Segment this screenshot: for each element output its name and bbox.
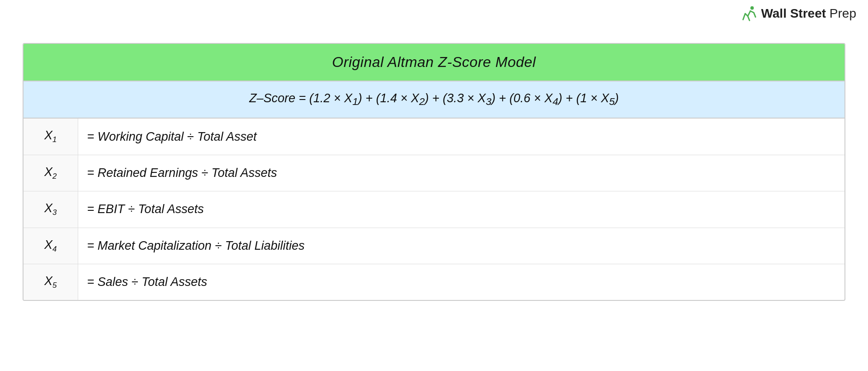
runner-icon bbox=[740, 5, 757, 22]
def-x1: = Working Capital ÷ Total Asset bbox=[78, 119, 844, 155]
table-title: Original Altman Z-Score Model bbox=[24, 44, 844, 81]
formula-row: Z–Score = (1.2 × X1) + (1.4 × X2) + (3.3… bbox=[24, 81, 844, 119]
logo-text: Wall Street Prep bbox=[761, 6, 856, 21]
zscore-table: Original Altman Z-Score Model Z–Score = … bbox=[23, 43, 845, 301]
logo-area: Wall Street Prep bbox=[740, 5, 856, 22]
def-x4: = Market Capitalization ÷ Total Liabilit… bbox=[78, 228, 844, 264]
var-x2: X2 bbox=[24, 155, 78, 191]
variable-table: X1 = Working Capital ÷ Total Asset X2 = … bbox=[24, 119, 844, 300]
table-row: X3 = EBIT ÷ Total Assets bbox=[24, 191, 844, 228]
def-x3: = EBIT ÷ Total Assets bbox=[78, 191, 844, 228]
svg-point-0 bbox=[750, 6, 754, 10]
table-row: X5 = Sales ÷ Total Assets bbox=[24, 264, 844, 300]
table-row: X2 = Retained Earnings ÷ Total Assets bbox=[24, 155, 844, 191]
table-row: X1 = Working Capital ÷ Total Asset bbox=[24, 119, 844, 155]
def-x2: = Retained Earnings ÷ Total Assets bbox=[78, 155, 844, 191]
var-x3: X3 bbox=[24, 191, 78, 228]
def-x5: = Sales ÷ Total Assets bbox=[78, 264, 844, 300]
table-row: X4 = Market Capitalization ÷ Total Liabi… bbox=[24, 228, 844, 264]
var-x1: X1 bbox=[24, 119, 78, 155]
var-x5: X5 bbox=[24, 264, 78, 300]
var-x4: X4 bbox=[24, 228, 78, 264]
